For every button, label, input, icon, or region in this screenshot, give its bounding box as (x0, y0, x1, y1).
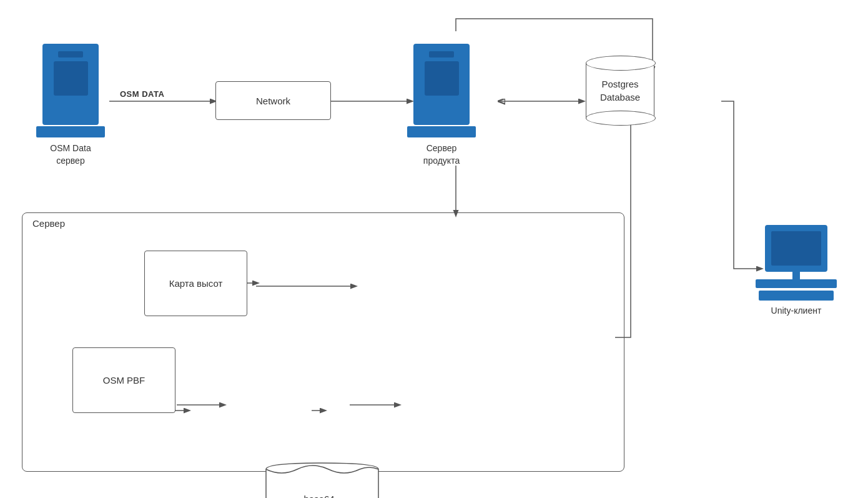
osm-server-base (36, 126, 105, 137)
architecture-diagram: OSM Data сервер OSM DATA Network Сервер … (0, 0, 868, 498)
base64-tape-svg (260, 463, 378, 498)
postgres-label: Postgres Database (600, 77, 640, 104)
unity-client-icon: Unity-клиент (756, 225, 837, 316)
product-server-body (413, 44, 470, 125)
server-container-label: Сервер (32, 218, 65, 229)
server-container: Сервер Карта высот base64 OSM PBF (22, 212, 624, 472)
unity-client-label: Unity-клиент (771, 306, 822, 316)
osm-server-body (42, 44, 99, 125)
product-server-icon: Сервер продукта (407, 44, 476, 167)
network-box: Network (215, 81, 331, 120)
osm-server-icon: OSM Data сервер (36, 44, 105, 167)
monitor-screen (771, 231, 821, 266)
height-map-box: Карта высот (144, 251, 247, 316)
monitor-neck (792, 272, 800, 279)
osm-server-label: OSM Data сервер (50, 142, 91, 167)
cylinder-body: Postgres Database (586, 62, 654, 119)
product-server-base (407, 126, 476, 137)
postgres-db-cylinder: Postgres Database (586, 62, 654, 119)
monitor-base (756, 279, 837, 288)
product-server-label: Сервер продукта (423, 142, 460, 167)
osm-data-arrow-label: OSM DATA (120, 89, 164, 99)
keyboard (759, 291, 834, 301)
osm-pbf-box: OSM PBF (72, 347, 175, 413)
monitor (765, 225, 827, 272)
